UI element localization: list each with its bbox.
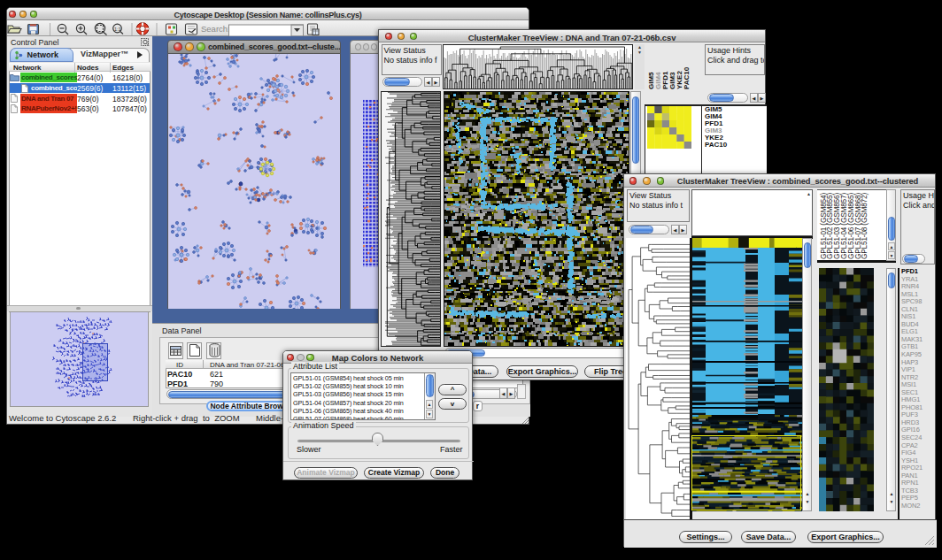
svg-text:Search:: Search:: [201, 24, 230, 34]
svg-text:1:1: 1:1: [114, 27, 121, 32]
